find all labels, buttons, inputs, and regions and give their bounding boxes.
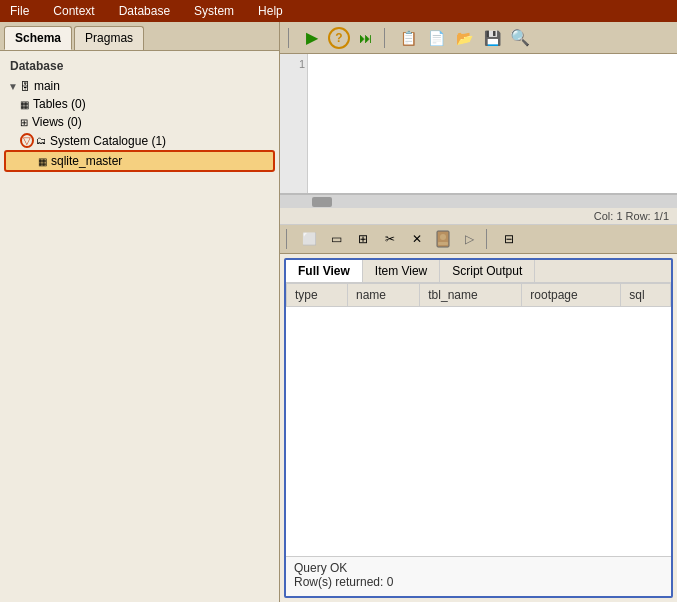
- line-numbers: 1: [280, 54, 308, 193]
- menu-system[interactable]: System: [188, 2, 240, 20]
- query-output: Query OK Row(s) returned: 0: [286, 556, 671, 596]
- copy-button[interactable]: 📋: [396, 26, 420, 50]
- main-toolbar: ▶ ? ⏭ 📋 📄 📂 💾 🔍: [280, 22, 677, 54]
- table-container: type name tbl_name rootpage sql: [286, 283, 671, 556]
- col-sql: sql: [621, 284, 671, 307]
- search-button[interactable]: 🔍: [508, 26, 532, 50]
- tree-node-sqlite-master[interactable]: ▦ sqlite_master: [4, 150, 275, 172]
- col-row-status: Col: 1 Row: 1/1: [280, 208, 677, 225]
- results-grid-btn[interactable]: ⊞: [351, 227, 375, 251]
- results-table: type name tbl_name rootpage sql: [286, 283, 671, 307]
- expand-icon-syscat: ▽: [20, 133, 34, 148]
- tree-node-tables[interactable]: ▦ Tables (0): [4, 95, 275, 113]
- expand-icon-main: ▼: [8, 81, 18, 92]
- run-all-button[interactable]: ⏭: [354, 26, 378, 50]
- tab-item-view[interactable]: Item View: [363, 260, 440, 282]
- menu-context[interactable]: Context: [47, 2, 100, 20]
- tree-node-syscat-label: System Catalogue (1): [50, 134, 166, 148]
- tab-script-output[interactable]: Script Output: [440, 260, 535, 282]
- new-button[interactable]: 📄: [424, 26, 448, 50]
- toolbar-sep-1: [288, 28, 294, 48]
- table-header-row: type name tbl_name rootpage sql: [287, 284, 671, 307]
- tree-node-syscat[interactable]: ▽ 🗂 System Catalogue (1): [4, 131, 275, 150]
- catalog-icon: 🗂: [36, 135, 46, 146]
- help-query-button[interactable]: ?: [328, 27, 350, 49]
- results-scissors-btn[interactable]: ✂: [378, 227, 402, 251]
- results-export-btn[interactable]: ⊟: [497, 227, 521, 251]
- main-container: Schema Pragmas Database ▼ 🗄 main ▦ Table…: [0, 22, 677, 602]
- menu-help[interactable]: Help: [252, 2, 289, 20]
- db-icon: 🗄: [20, 81, 30, 92]
- systable-icon: ▦: [38, 156, 47, 167]
- hscroll-thumb[interactable]: [312, 197, 332, 207]
- col-tbl-name: tbl_name: [420, 284, 522, 307]
- col-type: type: [287, 284, 348, 307]
- results-sep-1: [286, 229, 292, 249]
- left-panel: Schema Pragmas Database ▼ 🗄 main ▦ Table…: [0, 22, 280, 602]
- toolbar-sep-2: [384, 28, 390, 48]
- tree-node-main-label: main: [34, 79, 60, 93]
- tree-node-views[interactable]: ⊞ Views (0): [4, 113, 275, 131]
- menubar: File Context Database System Help: [0, 0, 677, 22]
- tree-node-views-label: Views (0): [32, 115, 82, 129]
- results-portrait-btn[interactable]: [432, 228, 454, 250]
- table-icon: ▦: [20, 99, 29, 110]
- schema-tab-bar: Schema Pragmas: [0, 22, 279, 51]
- results-copy-btn[interactable]: ⬜: [297, 227, 321, 251]
- col-rootpage: rootpage: [522, 284, 621, 307]
- hscroll[interactable]: [280, 194, 677, 208]
- query-editor-area: 1: [280, 54, 677, 194]
- right-panel: ▶ ? ⏭ 📋 📄 📂 💾 🔍 1 Col: 1 Row: 1/1 ⬜: [280, 22, 677, 602]
- query-input[interactable]: [308, 54, 677, 193]
- line-number-1: 1: [299, 58, 305, 70]
- results-copy-all-btn[interactable]: ▭: [324, 227, 348, 251]
- col-name: name: [348, 284, 420, 307]
- run-button[interactable]: ▶: [300, 26, 324, 50]
- menu-file[interactable]: File: [4, 2, 35, 20]
- save-button[interactable]: 💾: [480, 26, 504, 50]
- query-output-line2: Row(s) returned: 0: [294, 575, 663, 589]
- results-forward-btn[interactable]: ▷: [457, 227, 481, 251]
- menu-database[interactable]: Database: [113, 2, 176, 20]
- tab-pragmas[interactable]: Pragmas: [74, 26, 144, 50]
- tree-node-tables-label: Tables (0): [33, 97, 86, 111]
- results-sep-2: [486, 229, 492, 249]
- open-button[interactable]: 📂: [452, 26, 476, 50]
- results-panel: Full View Item View Script Output type n…: [284, 258, 673, 598]
- results-toolbar: ⬜ ▭ ⊞ ✂ ✕ ▷ ⊟: [280, 225, 677, 254]
- results-delete-btn[interactable]: ✕: [405, 227, 429, 251]
- tree-node-sqlite-master-label: sqlite_master: [51, 154, 122, 168]
- tab-full-view[interactable]: Full View: [286, 260, 363, 282]
- tree-panel: Database ▼ 🗄 main ▦ Tables (0) ⊞ Views (…: [0, 51, 279, 602]
- svg-rect-2: [438, 242, 448, 245]
- svg-point-1: [440, 234, 446, 240]
- tab-schema[interactable]: Schema: [4, 26, 72, 50]
- tree-node-main[interactable]: ▼ 🗄 main: [4, 77, 275, 95]
- view-icon: ⊞: [20, 117, 28, 128]
- query-output-line1: Query OK: [294, 561, 663, 575]
- result-tabs: Full View Item View Script Output: [286, 260, 671, 283]
- database-label: Database: [4, 55, 275, 77]
